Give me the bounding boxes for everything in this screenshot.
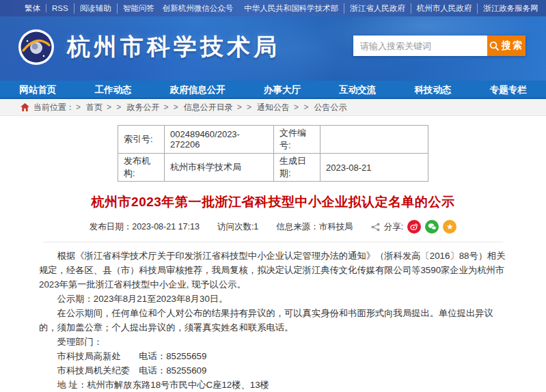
search-button[interactable]: 搜索 bbox=[487, 36, 525, 56]
search-icon bbox=[489, 41, 499, 51]
nav-item-interaction[interactable]: 互动交流 bbox=[329, 84, 385, 96]
site-banner: 杭州市科学技术局 搜索 bbox=[0, 16, 546, 81]
visit-count: 访问次数:1 bbox=[217, 221, 258, 233]
paragraph: 根据《浙江省科学技术厅关于印发浙江省科技型中小企业认定管理办法的通知》（浙科发高… bbox=[39, 249, 507, 292]
article-meta: 发布日期：2023-08-21 17:13 访问次数:1 信息来源：市科技局 分… bbox=[39, 220, 507, 234]
article-content: 索引号: 002489460/2023-272206 文件编号: 发布机构: 杭… bbox=[0, 125, 546, 392]
page-title: 杭州市2023年第一批浙江省科技型中小企业拟认定名单的公示 bbox=[39, 193, 507, 211]
topbar-link-zj-gov[interactable]: 浙江省人民政府 bbox=[344, 3, 411, 14]
site-title: 杭州市科学技术局 bbox=[67, 31, 280, 63]
article-body: 根据《浙江省科学技术厅关于印发浙江省科技型中小企业认定管理办法的通知》（浙科发高… bbox=[39, 249, 507, 392]
meta-divider bbox=[43, 242, 503, 242]
topbar: 繁体 RSS 阅读辅助 智能问答 创新杭州微信公众号 中华人民共和国科学技术部 … bbox=[0, 0, 546, 16]
site-brand[interactable]: 杭州市科学技术局 bbox=[18, 29, 280, 66]
topbar-link-most[interactable]: 中华人民共和国科学技术部 bbox=[238, 3, 344, 14]
bureau-emblem-icon bbox=[18, 29, 55, 66]
paragraph: 市科技局高新处 电话：85255659 bbox=[39, 349, 507, 363]
file-number-label: 文件编号: bbox=[274, 126, 320, 154]
weibo-share-icon[interactable] bbox=[407, 220, 421, 234]
issue-date-value: 2023-08-21 bbox=[320, 154, 428, 182]
search-box: 搜索 bbox=[353, 36, 525, 56]
paragraph: 受理部门： bbox=[39, 335, 507, 349]
topbar-link-user-center[interactable]: 用户中心 bbox=[544, 3, 546, 14]
index-number-value: 002489460/2023-272206 bbox=[165, 126, 274, 154]
topbar-link-reading-aid[interactable]: 阅读辅助 bbox=[74, 3, 117, 14]
table-row: 发布机构: 杭州市科学技术局 生成日期: 2023-08-21 bbox=[118, 154, 428, 182]
home-icon bbox=[21, 103, 29, 111]
nav-item-special-topics[interactable]: 专题专栏 bbox=[480, 84, 536, 96]
nav-item-home[interactable]: 网站首页 bbox=[10, 84, 66, 96]
info-source: 信息来源：市科技局 bbox=[276, 221, 353, 233]
breadcrumb: 当前位置： > 首页 > > 政务公开 > > 信息公开目录 > > 通知公告 … bbox=[0, 99, 546, 116]
wechat-share-icon[interactable] bbox=[425, 220, 439, 234]
topbar-right-links: 中华人民共和国科学技术部 浙江省人民政府 杭州市人民政府 浙江政务服务网 用户中… bbox=[238, 3, 546, 14]
nav-item-gov-info[interactable]: 政府信息公开 bbox=[161, 84, 235, 96]
publish-date: 发布日期：2023-08-21 17:13 bbox=[90, 221, 200, 233]
file-number-value bbox=[320, 126, 428, 154]
search-button-label: 搜索 bbox=[502, 40, 523, 52]
search-input[interactable] bbox=[353, 36, 487, 56]
share-label: 分享: bbox=[384, 221, 403, 233]
share-group: 分享: ★ bbox=[371, 220, 456, 234]
nav-item-work-news[interactable]: 工作动态 bbox=[85, 84, 141, 96]
issuing-agency-value: 杭州市科学技术局 bbox=[165, 154, 274, 182]
issue-date-label: 生成日期: bbox=[274, 154, 320, 182]
paragraph: 市科技局机关纪委 电话：85255609 bbox=[39, 363, 507, 378]
breadcrumb-separator: > > bbox=[107, 102, 122, 112]
table-row: 索引号: 002489460/2023-272206 文件编号: bbox=[118, 126, 428, 154]
topbar-left-links: 繁体 RSS 阅读辅助 智能问答 创新杭州微信公众号 bbox=[19, 3, 238, 14]
breadcrumb-separator: > > bbox=[294, 102, 310, 112]
breadcrumb-separator: > bbox=[76, 102, 82, 112]
topbar-link-zj-service[interactable]: 浙江政务服务网 bbox=[477, 3, 544, 14]
nav-item-tech-news[interactable]: 科技动态 bbox=[405, 84, 461, 96]
breadcrumb-item-info-catalog[interactable]: 信息公开目录 bbox=[184, 102, 233, 113]
topbar-link-traditional[interactable]: 繁体 bbox=[19, 3, 46, 14]
breadcrumb-item-notices[interactable]: 通知公告 bbox=[257, 102, 290, 113]
issuing-agency-label: 发布机构: bbox=[118, 154, 165, 182]
share-nodes-icon bbox=[371, 223, 380, 232]
main-nav: 网站首页 工作动态 政府信息公开 办事大厅 互动交流 科技动态 专题专栏 bbox=[0, 81, 546, 99]
paragraph: 地 址：杭州市解放东路18号市民中心C座12楼、13楼 bbox=[39, 378, 507, 392]
document-info-table: 索引号: 002489460/2023-272206 文件编号: 发布机构: 杭… bbox=[118, 125, 428, 182]
breadcrumb-item-public-notices[interactable]: 公告公示 bbox=[314, 102, 346, 113]
breadcrumb-label: 当前位置： bbox=[33, 102, 74, 113]
topbar-link-wechat-account[interactable]: 创新杭州微信公众号 bbox=[160, 3, 239, 14]
breadcrumb-item-gov-affairs[interactable]: 政务公开 bbox=[126, 102, 159, 113]
paragraph: 公示期：2023年8月21至2023年8月30日。 bbox=[39, 292, 507, 306]
breadcrumb-separator: > > bbox=[237, 102, 253, 112]
paragraph: 在公示期间，任何单位和个人对公布的结果持有异议的，可以真实身份和书面形式向我局提… bbox=[39, 306, 507, 335]
index-number-label: 索引号: bbox=[118, 126, 165, 154]
breadcrumb-item-home[interactable]: 首页 bbox=[86, 102, 103, 113]
breadcrumb-separator: > > bbox=[163, 102, 179, 112]
qzone-share-icon[interactable]: ★ bbox=[443, 220, 456, 234]
topbar-link-hz-gov[interactable]: 杭州市人民政府 bbox=[411, 3, 478, 14]
topbar-link-rss[interactable]: RSS bbox=[46, 4, 74, 12]
nav-item-service-hall[interactable]: 办事大厅 bbox=[254, 84, 310, 96]
topbar-link-smart-qa[interactable]: 智能问答 bbox=[117, 3, 160, 14]
